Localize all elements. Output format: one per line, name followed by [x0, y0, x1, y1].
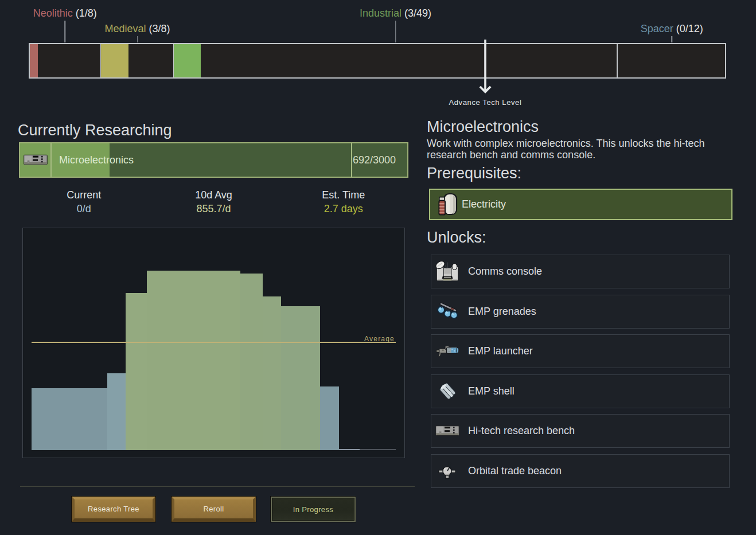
stat-label: Est. Time	[279, 188, 408, 202]
tech-level-count: (1/8)	[73, 7, 97, 19]
unlock-item-emp-shell[interactable]: EMP shell	[431, 374, 730, 408]
chart-bar	[147, 271, 240, 450]
unlock-label: Comms console	[468, 265, 542, 278]
unlocks-heading: Unlocks:	[427, 229, 486, 247]
tech-level-name: Industrial	[360, 7, 402, 19]
stat-value: 855.7/d	[149, 202, 278, 216]
research-description: Work with complex microelectronics. This…	[427, 138, 716, 161]
chart-bar	[240, 274, 263, 450]
prerequisites-heading: Prerequisites:	[427, 165, 521, 182]
tech-level-bar	[29, 43, 726, 79]
tech-level-tick	[671, 36, 672, 42]
tech-level-tick	[395, 21, 396, 42]
prerequisite-item-electricity[interactable]: Electricity	[429, 189, 732, 220]
chart-bar	[107, 373, 126, 450]
unlock-item-orbital-trade-beacon[interactable]: Orbital trade beacon	[431, 454, 730, 488]
advance-tech-level-arrow-icon	[478, 38, 492, 93]
chart-bar	[320, 386, 339, 450]
stat-value: 2.7 days	[279, 202, 408, 216]
comms-console-icon	[435, 259, 459, 285]
tech-section-divider	[617, 44, 618, 77]
tech-level-label-neolithic: Neolithic (1/8)	[33, 7, 97, 19]
unlock-label: EMP grenades	[468, 306, 536, 318]
emp-launcher-icon	[435, 338, 459, 365]
electricity-icon	[435, 192, 459, 218]
chart-bar	[281, 306, 320, 450]
tech-level-count: (3/8)	[146, 23, 170, 34]
chart-bar	[263, 296, 281, 450]
advance-tech-level-label: Advance Tech Level	[449, 98, 522, 107]
stat-value: 0/d	[19, 202, 149, 216]
chart-bar	[360, 449, 396, 450]
current-project-name: Microelectronics	[59, 143, 134, 177]
tech-level-tick	[64, 21, 65, 42]
chart-bar	[32, 388, 107, 450]
unlock-label: Orbital trade beacon	[468, 465, 562, 477]
stat-label: Current	[19, 188, 149, 202]
unlock-item-comms-console[interactable]: Comms console	[431, 255, 730, 288]
stat-est-time: Est. Time2.7 days	[279, 188, 408, 216]
research-tree-button[interactable]: Research Tree	[72, 497, 155, 522]
currently-researching-heading: Currently Researching	[18, 122, 172, 139]
tech-level-label-industrial: Industrial (3/49)	[360, 7, 431, 19]
icon-cell-divider	[50, 143, 52, 177]
average-line	[32, 342, 396, 343]
tech-level-tick	[137, 36, 138, 42]
unlocks-list: Comms consoleEMP grenadesEMP launcherEMP…	[431, 255, 728, 494]
chart-bar	[126, 293, 146, 450]
research-screen: Advance Tech Level Currently Researching…	[0, 0, 756, 535]
prerequisite-label: Electricity	[462, 198, 506, 210]
reroll-button[interactable]: Reroll	[172, 497, 256, 522]
hi-tech-research-bench-icon	[20, 143, 50, 177]
tech-level-name: Medieval	[104, 23, 146, 34]
emp-shell-icon	[435, 378, 459, 404]
stat-10d-avg: 10d Avg855.7/d	[149, 188, 278, 216]
tech-level-count: (3/49)	[402, 7, 431, 19]
tech-progress-segment-industrial	[174, 44, 201, 77]
unlock-label: EMP shell	[468, 385, 515, 397]
average-label: Average	[364, 335, 395, 343]
unlock-item-hi-tech-research-bench[interactable]: Hi-tech research bench	[431, 414, 730, 448]
tech-progress-segment-neolithic	[30, 44, 38, 77]
research-stats: Current0/d10d Avg855.7/dEst. Time2.7 day…	[19, 188, 408, 216]
current-research-progress-bar[interactable]: Microelectronics 692/3000	[19, 142, 408, 178]
stat-current: Current0/d	[19, 188, 149, 216]
unlock-label: Hi-tech research bench	[468, 425, 575, 437]
research-history-chart: Average	[22, 228, 405, 458]
hi-tech-research-bench-icon	[435, 418, 459, 444]
unlock-item-emp-launcher[interactable]: EMP launcher	[431, 334, 730, 368]
unlock-item-emp-grenades[interactable]: EMP grenades	[431, 295, 730, 329]
footer-divider	[20, 486, 415, 487]
unlock-label: EMP launcher	[468, 345, 533, 357]
in-progress-button[interactable]: In Progress	[271, 497, 356, 522]
tech-progress-segment-medieval	[101, 44, 128, 77]
chart-bar	[339, 449, 359, 450]
tech-level-label-medieval: Medieval (3/8)	[104, 23, 170, 35]
stat-label: 10d Avg	[149, 188, 278, 202]
tech-level-name: Neolithic	[33, 7, 73, 19]
tech-level-name: Spacer	[641, 23, 673, 34]
orbital-trade-beacon-icon	[435, 458, 459, 484]
tech-level-count: (0/12)	[673, 23, 703, 34]
tech-level-label-spacer: Spacer (0/12)	[641, 23, 703, 35]
progress-value: 692/3000	[351, 143, 407, 177]
research-detail-title: Microelectronics	[427, 118, 539, 136]
emp-grenades-icon	[435, 298, 459, 325]
